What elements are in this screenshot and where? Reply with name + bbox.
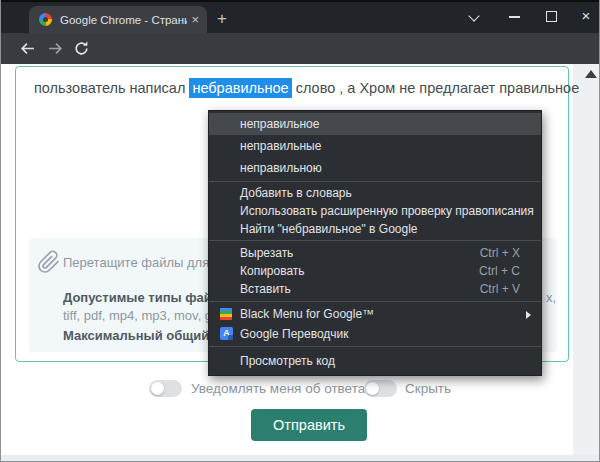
paperclip-icon — [37, 250, 61, 278]
menu-item-suggestion-1[interactable]: неправильное — [209, 113, 541, 135]
menu-item-cut[interactable]: Ctrl + XВырезать — [209, 244, 541, 262]
notify-toggle-label: Уведомлять меня об ответах — [191, 381, 372, 396]
submenu-arrow-icon — [526, 311, 531, 319]
editor-text: пользователь написал небравильное слово … — [34, 80, 579, 96]
menu-item-google-translate-extension[interactable]: A Google Переводчик — [209, 324, 541, 344]
reload-button[interactable] — [73, 40, 90, 57]
browser-tab[interactable]: Google Chrome - Страница 109 × — [29, 6, 207, 33]
menu-item-add-to-dictionary[interactable]: Добавить в словарь — [209, 184, 541, 202]
browser-toolbar: forum.kasperskyclub.ru/topic/28... ☆ 99+… — [1, 33, 600, 64]
paste-shortcut: Ctrl + V — [480, 280, 520, 298]
black-menu-icon — [220, 308, 232, 320]
tab-favicon-icon — [39, 13, 52, 26]
copy-shortcut: Ctrl + C — [479, 262, 520, 280]
menu-item-search-google[interactable]: Найти "небравильное" в Google — [209, 220, 541, 238]
menu-item-copy[interactable]: Ctrl + CКопировать — [209, 262, 541, 280]
new-tab-button[interactable]: + — [217, 10, 227, 28]
google-translate-icon: A — [220, 327, 233, 340]
menu-item-enhanced-spellcheck[interactable]: Использовать расширенную проверку правоп… — [209, 202, 541, 220]
window-minimize-button[interactable] — [507, 8, 523, 24]
menu-item-inspect[interactable]: Просмотреть код — [209, 351, 541, 371]
allowed-types-list: tiff, pdf, mp4, mp3, mov, gz, t — [63, 308, 229, 323]
browser-window: Google Chrome - Страница 109 × + × forum… — [0, 0, 600, 462]
menu-item-black-menu-extension[interactable]: Black Menu for Google™ — [209, 304, 541, 324]
spellcheck-context-menu: неправильное неправильные неправильною Д… — [208, 110, 542, 376]
back-button[interactable] — [19, 40, 36, 57]
text-after: слово , а Хром не предлагает правильное — [292, 80, 580, 96]
text-before: пользователь написал — [34, 80, 189, 96]
notify-toggle[interactable] — [149, 380, 182, 397]
cut-shortcut: Ctrl + X — [480, 244, 520, 262]
tab-title: Google Chrome - Страница 109 — [60, 14, 187, 26]
menu-item-paste[interactable]: Ctrl + VВставить — [209, 280, 541, 298]
page-right-margin — [573, 64, 600, 455]
submit-button[interactable]: Отправить — [251, 409, 367, 441]
menu-item-suggestion-3[interactable]: неправильною — [209, 157, 541, 179]
hide-toggle[interactable] — [364, 380, 397, 397]
window-close-button[interactable]: × — [578, 8, 594, 24]
page-bottom-strip — [1, 455, 600, 462]
allowed-types-tail: х, — [546, 290, 556, 305]
forward-button[interactable] — [47, 40, 64, 57]
tab-close-icon[interactable]: × — [191, 12, 199, 27]
window-chevron-down-icon[interactable] — [466, 8, 482, 24]
tab-strip: Google Chrome - Страница 109 × + × — [1, 0, 600, 33]
hide-toggle-label: Скрыть — [405, 381, 451, 396]
menu-item-suggestion-2[interactable]: неправильные — [209, 135, 541, 157]
selected-word: небравильное — [189, 78, 291, 98]
window-maximize-button[interactable] — [543, 8, 559, 24]
scroll-to-top-icon[interactable] — [585, 70, 597, 78]
